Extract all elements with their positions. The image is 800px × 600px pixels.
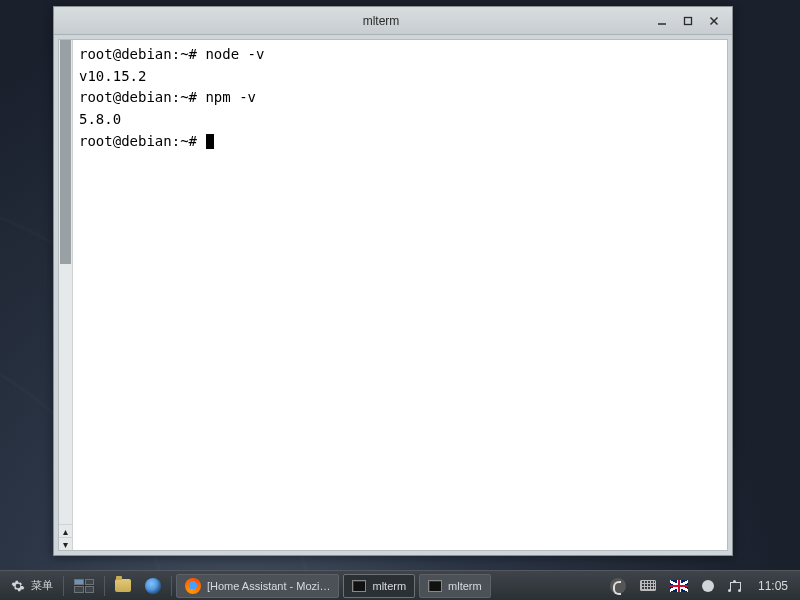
taskbar-task-button[interactable]: [Home Assistant - Mozi… [176,574,339,598]
applications-menu-button[interactable]: 菜单 [4,574,59,598]
network-icon [728,580,742,592]
terminal-window: mlterm ▴ ▾ root@debian:~# node -vv10.15.… [53,6,733,556]
keyboard-icon [640,580,656,591]
file-manager-launcher[interactable] [109,574,137,598]
scrollbar-up-arrow[interactable]: ▴ [59,524,72,537]
task-list: [Home Assistant - Mozi…mltermmlterm [176,574,491,598]
globe-icon [145,578,161,594]
terminal-cursor [206,134,214,149]
libreoffice-tray-icon[interactable] [604,574,632,598]
shell-command: node -v [205,46,264,62]
window-controls [654,13,726,29]
shell-prompt: root@debian:~# [79,133,205,149]
task-label: mlterm [448,580,482,592]
maximize-button[interactable] [680,13,696,29]
terminal-line: root@debian:~# [79,131,721,153]
shell-output: v10.15.2 [79,68,146,84]
terminal-body: ▴ ▾ root@debian:~# node -vv10.15.2root@d… [58,39,728,551]
task-label: mlterm [372,580,406,592]
taskbar-task-button[interactable]: mlterm [419,574,491,598]
svg-rect-1 [685,17,692,24]
terminal-line: root@debian:~# node -v [79,44,721,66]
window-titlebar[interactable]: mlterm [54,7,732,35]
close-button[interactable] [706,13,722,29]
firefox-icon [185,578,201,594]
clock[interactable]: 11:05 [750,574,796,598]
shell-prompt: root@debian:~# [79,46,205,62]
shell-prompt: root@debian:~# [79,89,205,105]
user-indicator[interactable] [696,574,720,598]
terminal-scrollbar[interactable]: ▴ ▾ [59,40,73,550]
terminal-content[interactable]: root@debian:~# node -vv10.15.2root@debia… [73,40,727,550]
locale-indicator[interactable] [664,574,694,598]
terminal-line: 5.8.0 [79,109,721,131]
libreoffice-icon [610,578,626,594]
scrollbar-down-arrow[interactable]: ▾ [59,537,72,550]
terminal-icon [352,580,366,592]
workspace-switcher[interactable] [68,574,100,598]
folder-icon [115,579,131,592]
workspace-icon [74,579,94,593]
network-indicator[interactable] [722,574,748,598]
terminal-line: v10.15.2 [79,66,721,88]
gear-icon [10,578,26,594]
taskbar-task-button[interactable]: mlterm [343,574,415,598]
panel-separator [63,576,64,596]
terminal-line: root@debian:~# npm -v [79,87,721,109]
user-icon [702,580,714,592]
keyboard-indicator[interactable] [634,574,662,598]
shell-output: 5.8.0 [79,111,121,127]
task-label: [Home Assistant - Mozi… [207,580,330,592]
terminal-icon [428,580,442,592]
minimize-button[interactable] [654,13,670,29]
panel-separator [104,576,105,596]
taskbar-panel: 菜单 [Home Assistant - Mozi…mltermmlterm 1… [0,570,800,600]
menu-label: 菜单 [31,578,53,593]
scrollbar-thumb[interactable] [60,40,71,264]
window-title: mlterm [108,14,654,28]
web-browser-launcher[interactable] [139,574,167,598]
panel-separator [171,576,172,596]
clock-text: 11:05 [758,579,788,593]
uk-flag-icon [670,580,688,592]
shell-command: npm -v [205,89,256,105]
